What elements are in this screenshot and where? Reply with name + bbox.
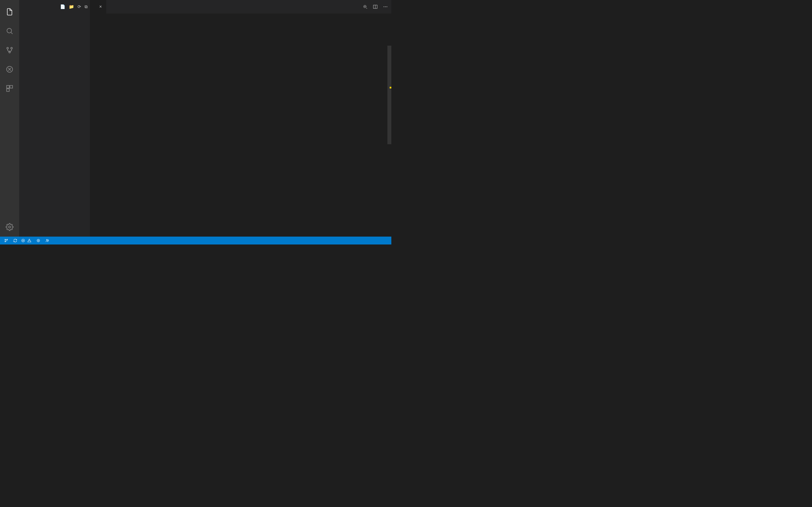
editor-area: ×: [90, 0, 391, 237]
split-editor-icon[interactable]: [373, 4, 378, 9]
svg-point-19: [37, 239, 40, 242]
svg-point-15: [7, 239, 8, 240]
svg-point-20: [47, 239, 48, 240]
svg-point-2: [11, 47, 12, 49]
svg-rect-6: [10, 86, 12, 88]
search-activity[interactable]: [0, 21, 19, 41]
sync-status[interactable]: [11, 238, 19, 242]
svg-rect-7: [7, 89, 9, 91]
svg-point-21: [48, 240, 49, 240]
svg-point-14: [5, 239, 6, 240]
liveshare-participants[interactable]: [43, 238, 52, 242]
svg-point-8: [9, 226, 11, 228]
status-bar: [0, 237, 391, 244]
sidebar-header: 📄 📁 ⟳ ⧉: [19, 0, 90, 13]
tabs-bar: ×: [90, 0, 391, 13]
liveshare-status[interactable]: [35, 238, 43, 242]
minimap-scrollbar[interactable]: [388, 13, 391, 237]
activity-bar: [0, 0, 19, 237]
more-actions-icon[interactable]: [383, 4, 388, 9]
source-control-activity[interactable]: [0, 41, 19, 60]
svg-point-0: [7, 29, 11, 33]
git-branch-status[interactable]: [2, 238, 11, 242]
explorer-activity[interactable]: [0, 2, 19, 21]
new-file-icon[interactable]: 📄: [60, 4, 65, 9]
file-tree: [19, 13, 90, 237]
tab-appjs[interactable]: ×: [90, 0, 106, 13]
compare-changes-icon[interactable]: [363, 4, 368, 9]
svg-point-1: [7, 47, 8, 49]
svg-point-11: [384, 6, 384, 7]
explorer-sidebar: 📄 📁 ⟳ ⧉: [19, 0, 90, 237]
svg-point-18: [38, 240, 39, 241]
code-editor[interactable]: [90, 13, 391, 237]
svg-rect-5: [7, 86, 9, 88]
problems-status[interactable]: [19, 238, 35, 242]
close-icon[interactable]: ×: [98, 4, 103, 9]
settings-activity[interactable]: [0, 217, 19, 237]
refresh-icon[interactable]: ⟳: [78, 4, 81, 9]
svg-point-12: [385, 6, 386, 7]
debug-activity[interactable]: [0, 60, 19, 79]
svg-point-13: [387, 6, 388, 7]
collapse-icon[interactable]: ⧉: [85, 4, 88, 9]
extensions-activity[interactable]: [0, 79, 19, 98]
new-folder-icon[interactable]: 📁: [69, 4, 74, 9]
svg-point-16: [5, 241, 6, 242]
